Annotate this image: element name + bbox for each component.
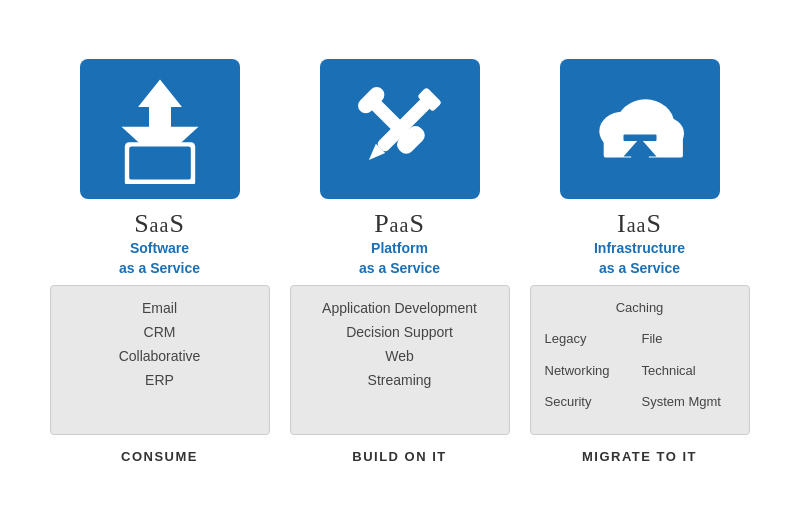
saas-subtitle: Software as a Service xyxy=(119,239,200,278)
download-monitor-icon xyxy=(105,74,215,184)
list-item: Technical xyxy=(642,363,735,378)
iaas-icon-box xyxy=(560,59,720,199)
paas-column: PaaS Platform as a Service Application D… xyxy=(280,59,520,463)
cloud-upload-icon xyxy=(585,74,695,184)
main-container: SaaS Software as a Service Email CRM Col… xyxy=(0,39,799,483)
saas-column: SaaS Software as a Service Email CRM Col… xyxy=(40,59,280,463)
iaas-content-box: Caching Legacy File Networking Technical… xyxy=(530,285,750,435)
iaas-column: IaaS Infrastructure as a Service Caching… xyxy=(520,59,760,463)
saas-content-box: Email CRM Collaborative ERP xyxy=(50,285,270,435)
list-item: Networking xyxy=(545,363,638,378)
list-item: Caching xyxy=(545,300,735,315)
saas-icon-box xyxy=(80,59,240,199)
paas-title-area: PaaS Platform as a Service xyxy=(359,209,440,278)
list-item: Security xyxy=(545,394,638,409)
svg-rect-18 xyxy=(623,135,656,142)
list-item: File xyxy=(642,331,735,346)
svg-marker-0 xyxy=(138,80,182,130)
list-item: Legacy xyxy=(545,331,638,346)
list-item: Web xyxy=(385,348,414,364)
list-item: Application Development xyxy=(322,300,477,316)
paas-content-box: Application Development Decision Support… xyxy=(290,285,510,435)
iaas-subtitle: Infrastructure as a Service xyxy=(594,239,685,278)
wrench-cross-icon xyxy=(345,74,455,184)
list-item: Collaborative xyxy=(119,348,201,364)
list-item: CRM xyxy=(144,324,176,340)
paas-icon-box xyxy=(320,59,480,199)
iaas-footer: MIGRATE TO IT xyxy=(582,449,697,464)
saas-acronym: SaaS xyxy=(119,209,200,239)
paas-subtitle: Platform as a Service xyxy=(359,239,440,278)
list-item: ERP xyxy=(145,372,174,388)
list-item: Email xyxy=(142,300,177,316)
iaas-title-area: IaaS Infrastructure as a Service xyxy=(594,209,685,278)
list-item: Streaming xyxy=(368,372,432,388)
list-item: Decision Support xyxy=(346,324,453,340)
saas-title-area: SaaS Software as a Service xyxy=(119,209,200,278)
list-item: System Mgmt xyxy=(642,394,735,409)
iaas-acronym: IaaS xyxy=(594,209,685,239)
saas-footer: CONSUME xyxy=(121,449,198,464)
paas-acronym: PaaS xyxy=(359,209,440,239)
paas-footer: BUILD ON IT xyxy=(352,449,447,464)
svg-rect-3 xyxy=(129,147,191,180)
